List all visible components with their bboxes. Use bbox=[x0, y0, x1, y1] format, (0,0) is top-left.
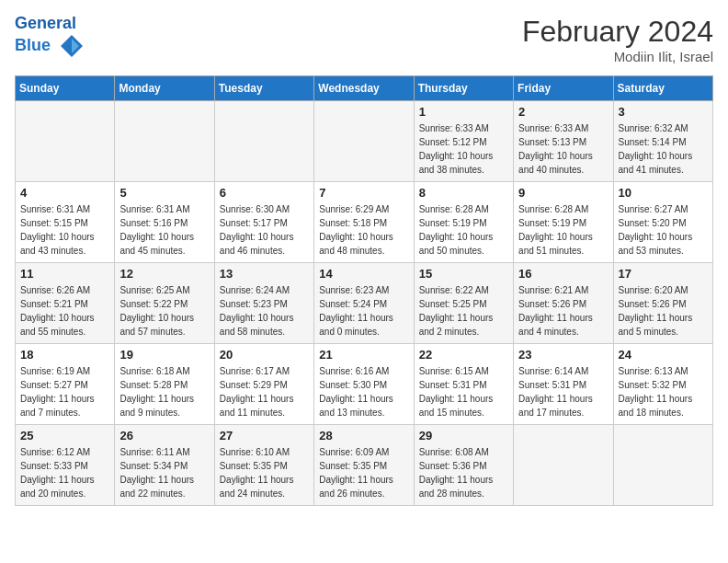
title-block: February 2024 Modiin Ilit, Israel bbox=[522, 15, 713, 64]
day-number: 5 bbox=[119, 186, 209, 200]
sun-info: Sunrise: 6:33 AMSunset: 5:13 PMDaylight:… bbox=[518, 121, 608, 177]
day-number: 10 bbox=[619, 186, 708, 200]
calendar-cell: 27Sunrise: 6:10 AMSunset: 5:35 PMDayligh… bbox=[214, 425, 313, 506]
calendar-cell: 19Sunrise: 6:18 AMSunset: 5:28 PMDayligh… bbox=[115, 344, 214, 425]
sun-info: Sunrise: 6:29 AMSunset: 5:18 PMDaylight:… bbox=[319, 202, 408, 258]
sun-info: Sunrise: 6:24 AMSunset: 5:23 PMDaylight:… bbox=[220, 283, 309, 339]
calendar-cell: 25Sunrise: 6:12 AMSunset: 5:33 PMDayligh… bbox=[16, 425, 115, 506]
day-number: 24 bbox=[619, 348, 708, 362]
calendar-cell: 14Sunrise: 6:23 AMSunset: 5:24 PMDayligh… bbox=[314, 263, 414, 344]
day-number: 29 bbox=[419, 429, 508, 442]
calendar-week-row: 11Sunrise: 6:26 AMSunset: 5:21 PMDayligh… bbox=[16, 263, 713, 344]
calendar-cell: 15Sunrise: 6:22 AMSunset: 5:25 PMDayligh… bbox=[414, 263, 513, 344]
sun-info: Sunrise: 6:12 AMSunset: 5:33 PMDaylight:… bbox=[20, 445, 109, 500]
sun-info: Sunrise: 6:31 AMSunset: 5:16 PMDaylight:… bbox=[119, 202, 209, 258]
sun-info: Sunrise: 6:27 AMSunset: 5:20 PMDaylight:… bbox=[619, 202, 708, 258]
sun-info: Sunrise: 6:28 AMSunset: 5:19 PMDaylight:… bbox=[419, 202, 508, 258]
day-number: 6 bbox=[220, 186, 309, 200]
calendar-table: Sunday Monday Tuesday Wednesday Thursday… bbox=[15, 75, 713, 506]
calendar-cell: 2Sunrise: 6:33 AMSunset: 5:13 PMDaylight… bbox=[514, 101, 613, 182]
day-number: 19 bbox=[119, 348, 209, 362]
calendar-week-row: 1Sunrise: 6:33 AMSunset: 5:12 PMDaylight… bbox=[16, 101, 713, 182]
calendar-cell: 22Sunrise: 6:15 AMSunset: 5:31 PMDayligh… bbox=[414, 344, 513, 425]
sun-info: Sunrise: 6:17 AMSunset: 5:29 PMDaylight:… bbox=[220, 364, 309, 419]
logo-blue: Blue bbox=[15, 36, 51, 54]
day-number: 20 bbox=[220, 348, 309, 362]
calendar-cell: 8Sunrise: 6:28 AMSunset: 5:19 PMDaylight… bbox=[414, 182, 513, 263]
sun-info: Sunrise: 6:30 AMSunset: 5:17 PMDaylight:… bbox=[220, 202, 309, 258]
header-saturday: Saturday bbox=[613, 76, 712, 101]
day-number: 26 bbox=[119, 429, 209, 442]
header-monday: Monday bbox=[115, 76, 214, 101]
sun-info: Sunrise: 6:28 AMSunset: 5:19 PMDaylight:… bbox=[518, 202, 608, 258]
calendar-cell: 13Sunrise: 6:24 AMSunset: 5:23 PMDayligh… bbox=[214, 263, 313, 344]
day-number: 22 bbox=[419, 348, 508, 362]
calendar-week-row: 25Sunrise: 6:12 AMSunset: 5:33 PMDayligh… bbox=[16, 425, 713, 506]
month-title: February 2024 bbox=[522, 15, 713, 49]
sun-info: Sunrise: 6:21 AMSunset: 5:26 PMDaylight:… bbox=[518, 283, 608, 339]
calendar-cell: 21Sunrise: 6:16 AMSunset: 5:30 PMDayligh… bbox=[314, 344, 414, 425]
calendar-cell: 16Sunrise: 6:21 AMSunset: 5:26 PMDayligh… bbox=[514, 263, 613, 344]
calendar-cell: 24Sunrise: 6:13 AMSunset: 5:32 PMDayligh… bbox=[613, 344, 712, 425]
day-number: 18 bbox=[20, 348, 109, 362]
header-wednesday: Wednesday bbox=[314, 76, 414, 101]
day-number: 16 bbox=[518, 267, 608, 281]
calendar-cell bbox=[214, 101, 313, 182]
calendar-cell: 17Sunrise: 6:20 AMSunset: 5:26 PMDayligh… bbox=[613, 263, 712, 344]
header-sunday: Sunday bbox=[16, 76, 115, 101]
calendar-cell: 7Sunrise: 6:29 AMSunset: 5:18 PMDaylight… bbox=[314, 182, 414, 263]
weekday-header-row: Sunday Monday Tuesday Wednesday Thursday… bbox=[16, 76, 713, 101]
sun-info: Sunrise: 6:08 AMSunset: 5:36 PMDaylight:… bbox=[419, 445, 508, 500]
calendar-cell bbox=[115, 101, 214, 182]
day-number: 4 bbox=[20, 186, 109, 200]
calendar-week-row: 18Sunrise: 6:19 AMSunset: 5:27 PMDayligh… bbox=[16, 344, 713, 425]
sun-info: Sunrise: 6:16 AMSunset: 5:30 PMDaylight:… bbox=[319, 364, 408, 419]
sun-info: Sunrise: 6:18 AMSunset: 5:28 PMDaylight:… bbox=[119, 364, 209, 419]
page-header: General Blue February 2024 Modiin Ilit, … bbox=[15, 15, 713, 64]
calendar-cell bbox=[16, 101, 115, 182]
calendar-cell: 10Sunrise: 6:27 AMSunset: 5:20 PMDayligh… bbox=[613, 182, 712, 263]
day-number: 15 bbox=[419, 267, 508, 281]
logo-general: General bbox=[15, 14, 76, 32]
calendar-cell: 4Sunrise: 6:31 AMSunset: 5:15 PMDaylight… bbox=[16, 182, 115, 263]
calendar-cell: 1Sunrise: 6:33 AMSunset: 5:12 PMDaylight… bbox=[414, 101, 513, 182]
sun-info: Sunrise: 6:23 AMSunset: 5:24 PMDaylight:… bbox=[319, 283, 408, 339]
calendar-cell: 9Sunrise: 6:28 AMSunset: 5:19 PMDaylight… bbox=[514, 182, 613, 263]
sun-info: Sunrise: 6:32 AMSunset: 5:14 PMDaylight:… bbox=[619, 121, 708, 177]
sun-info: Sunrise: 6:25 AMSunset: 5:22 PMDaylight:… bbox=[119, 283, 209, 339]
day-number: 17 bbox=[619, 267, 708, 281]
calendar-cell: 12Sunrise: 6:25 AMSunset: 5:22 PMDayligh… bbox=[115, 263, 214, 344]
calendar-cell: 5Sunrise: 6:31 AMSunset: 5:16 PMDaylight… bbox=[115, 182, 214, 263]
header-thursday: Thursday bbox=[414, 76, 513, 101]
day-number: 28 bbox=[319, 429, 408, 442]
day-number: 13 bbox=[220, 267, 309, 281]
calendar-cell bbox=[514, 425, 613, 506]
calendar-cell: 11Sunrise: 6:26 AMSunset: 5:21 PMDayligh… bbox=[16, 263, 115, 344]
calendar-cell: 18Sunrise: 6:19 AMSunset: 5:27 PMDayligh… bbox=[16, 344, 115, 425]
sun-info: Sunrise: 6:26 AMSunset: 5:21 PMDaylight:… bbox=[20, 283, 109, 339]
calendar-cell: 23Sunrise: 6:14 AMSunset: 5:31 PMDayligh… bbox=[514, 344, 613, 425]
sun-info: Sunrise: 6:22 AMSunset: 5:25 PMDaylight:… bbox=[419, 283, 508, 339]
logo: General Blue bbox=[15, 15, 85, 59]
day-number: 7 bbox=[319, 186, 408, 200]
sun-info: Sunrise: 6:19 AMSunset: 5:27 PMDaylight:… bbox=[20, 364, 109, 419]
calendar-week-row: 4Sunrise: 6:31 AMSunset: 5:15 PMDaylight… bbox=[16, 182, 713, 263]
day-number: 3 bbox=[619, 105, 708, 119]
calendar-cell bbox=[613, 425, 712, 506]
sun-info: Sunrise: 6:11 AMSunset: 5:34 PMDaylight:… bbox=[119, 445, 209, 500]
sun-info: Sunrise: 6:31 AMSunset: 5:15 PMDaylight:… bbox=[20, 202, 109, 258]
day-number: 14 bbox=[319, 267, 408, 281]
location: Modiin Ilit, Israel bbox=[522, 49, 713, 64]
day-number: 21 bbox=[319, 348, 408, 362]
sun-info: Sunrise: 6:33 AMSunset: 5:12 PMDaylight:… bbox=[419, 121, 508, 177]
sun-info: Sunrise: 6:14 AMSunset: 5:31 PMDaylight:… bbox=[518, 364, 608, 419]
calendar-cell: 29Sunrise: 6:08 AMSunset: 5:36 PMDayligh… bbox=[414, 425, 513, 506]
calendar-cell bbox=[314, 101, 414, 182]
day-number: 9 bbox=[518, 186, 608, 200]
calendar-cell: 6Sunrise: 6:30 AMSunset: 5:17 PMDaylight… bbox=[214, 182, 313, 263]
day-number: 11 bbox=[20, 267, 109, 281]
header-tuesday: Tuesday bbox=[214, 76, 313, 101]
day-number: 27 bbox=[220, 429, 309, 442]
day-number: 1 bbox=[419, 105, 508, 119]
header-friday: Friday bbox=[514, 76, 613, 101]
